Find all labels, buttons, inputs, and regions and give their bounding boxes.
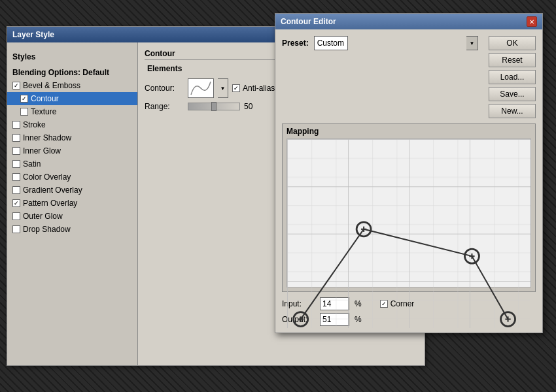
- contour-editor-close-button[interactable]: ✕: [527, 16, 537, 27]
- mapping-grid-svg: [287, 139, 530, 328]
- ce-preset-row: Preset: Custom ▼: [282, 36, 478, 50]
- outer-glow-checkbox[interactable]: [12, 212, 20, 220]
- satin-checkbox[interactable]: [12, 160, 20, 168]
- sidebar-item-satin[interactable]: Satin: [7, 157, 137, 171]
- outer-glow-label: Outer Glow: [23, 212, 63, 221]
- drop-shadow-label: Drop Shadow: [23, 225, 71, 234]
- ce-ok-button[interactable]: OK: [489, 36, 536, 50]
- contour-label: Contour:: [145, 84, 184, 93]
- sidebar-item-stroke[interactable]: Stroke: [7, 118, 137, 131]
- satin-label: Satin: [23, 159, 41, 169]
- inner-shadow-label: Inner Shadow: [23, 133, 71, 142]
- sidebar-item-inner-shadow[interactable]: Inner Shadow: [7, 131, 137, 144]
- sidebar-item-gradient-overlay[interactable]: Gradient Overlay: [7, 184, 137, 197]
- ce-new-button[interactable]: New...: [489, 104, 536, 118]
- ce-load-button[interactable]: Load...: [489, 70, 536, 84]
- contour-editor-body: Preset: Custom ▼ OK Reset Load... Save..…: [275, 29, 542, 333]
- layer-style-title: Layer Style: [12, 30, 54, 39]
- ce-preset-label: Preset:: [282, 39, 309, 48]
- ce-preset-select[interactable]: Custom: [314, 36, 348, 50]
- sidebar-item-styles[interactable]: Styles: [7, 50, 137, 63]
- contour-dropdown-btn[interactable]: ▼: [218, 78, 228, 98]
- range-label: Range:: [145, 102, 184, 111]
- contour-preview[interactable]: [188, 78, 214, 98]
- mapping-canvas[interactable]: [287, 139, 531, 287]
- bevel-label: Bevel & Emboss: [23, 81, 80, 90]
- sidebar-item-bevel[interactable]: Bevel & Emboss: [7, 79, 137, 92]
- ce-buttons-col: OK Reset Load... Save... New...: [489, 36, 536, 118]
- sidebar-item-outer-glow[interactable]: Outer Glow: [7, 210, 137, 223]
- sidebar-item-inner-glow[interactable]: Inner Glow: [7, 144, 137, 157]
- sidebar-item-drop-shadow[interactable]: Drop Shadow: [7, 223, 137, 236]
- anti-alias-checkbox[interactable]: [232, 84, 240, 92]
- contour-label: Contour: [31, 94, 59, 103]
- sidebar-item-contour[interactable]: Contour: [7, 92, 137, 105]
- ce-select-arrow-icon: ▼: [466, 36, 478, 50]
- drop-shadow-checkbox[interactable]: [12, 225, 20, 233]
- stroke-checkbox[interactable]: [12, 121, 20, 129]
- svg-rect-2: [287, 139, 530, 328]
- bevel-checkbox[interactable]: [12, 82, 20, 90]
- contour-checkbox[interactable]: [20, 95, 28, 103]
- mapping-label: Mapping: [283, 124, 535, 139]
- inner-glow-label: Inner Glow: [23, 146, 61, 155]
- layer-style-sidebar: Styles Blending Options: Default Bevel &…: [7, 42, 138, 365]
- blending-label: Blending Options: Default: [12, 68, 109, 77]
- gradient-overlay-label: Gradient Overlay: [23, 186, 82, 195]
- texture-checkbox[interactable]: [20, 108, 28, 116]
- sidebar-item-blending[interactable]: Blending Options: Default: [7, 66, 137, 79]
- sidebar-item-texture[interactable]: Texture: [7, 105, 137, 118]
- gradient-overlay-checkbox[interactable]: [12, 186, 20, 194]
- range-value: 50: [244, 102, 252, 111]
- styles-label: Styles: [12, 52, 35, 61]
- range-thumb[interactable]: [211, 102, 217, 111]
- color-overlay-checkbox[interactable]: [12, 173, 20, 181]
- stroke-label: Stroke: [23, 120, 46, 129]
- ce-top-row: Preset: Custom ▼ OK Reset Load... Save..…: [282, 36, 536, 118]
- contour-preview-svg: [190, 80, 212, 96]
- sidebar-item-pattern-overlay[interactable]: Pattern Overlay: [7, 197, 137, 210]
- pattern-overlay-checkbox[interactable]: [12, 199, 20, 207]
- ce-preset-col: Preset: Custom ▼: [282, 36, 478, 118]
- color-overlay-label: Color Overlay: [23, 172, 71, 182]
- sidebar-item-color-overlay[interactable]: Color Overlay: [7, 171, 137, 184]
- texture-label: Texture: [31, 107, 56, 116]
- ce-select-wrapper: Custom ▼: [314, 36, 478, 50]
- pattern-overlay-label: Pattern Overlay: [23, 199, 77, 208]
- inner-shadow-checkbox[interactable]: [12, 134, 20, 142]
- contour-editor-titlebar: Contour Editor ✕: [275, 14, 542, 29]
- contour-editor-window: Contour Editor ✕ Preset: Custom ▼ OK Res…: [275, 13, 543, 333]
- inner-glow-checkbox[interactable]: [12, 147, 20, 155]
- ce-save-button[interactable]: Save...: [489, 87, 536, 101]
- ce-reset-button[interactable]: Reset: [489, 53, 536, 67]
- range-slider[interactable]: [188, 103, 240, 110]
- mapping-section: Mapping: [282, 123, 536, 292]
- contour-editor-title: Contour Editor: [281, 17, 336, 26]
